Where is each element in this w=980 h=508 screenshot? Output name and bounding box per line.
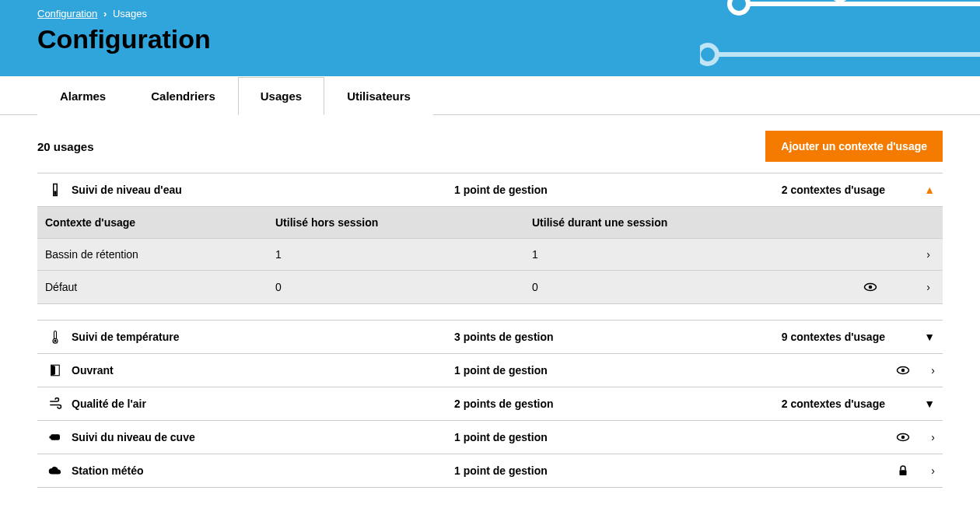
spacer xyxy=(37,304,943,320)
usage-contexts: 2 contextes d'usage xyxy=(750,398,893,410)
breadcrumb-current: Usages xyxy=(113,8,147,19)
context-table-header: Contexte d'usage Utilisé hors session Ut… xyxy=(37,207,943,239)
chevron-right-icon[interactable]: › xyxy=(898,281,935,293)
usage-points: 1 point de gestion xyxy=(454,184,750,196)
usage-name: Qualité de l'air xyxy=(65,398,454,410)
door-icon xyxy=(45,363,65,377)
col-header-durant-session: Utilisé durant une session xyxy=(532,216,843,229)
context-durant: 0 xyxy=(532,281,843,293)
expand-icon[interactable]: ▼ xyxy=(913,398,935,410)
breadcrumb-root[interactable]: Configuration xyxy=(37,8,97,19)
content-area: 20 usages Ajouter un contexte d'usage Su… xyxy=(0,115,980,503)
tab-bar: Alarmes Calendriers Usages Utilisateurs xyxy=(0,76,980,115)
add-usage-context-button[interactable]: Ajouter un contexte d'usage xyxy=(765,131,943,162)
usage-name: Suivi de niveau d'eau xyxy=(65,184,454,196)
weather-icon xyxy=(45,464,65,478)
svg-rect-21 xyxy=(900,470,907,475)
usage-row-air-quality[interactable]: Qualité de l'air 2 points de gestion 2 c… xyxy=(37,387,943,421)
context-row[interactable]: Défaut 0 0 › xyxy=(37,271,943,303)
eye-icon[interactable] xyxy=(893,363,913,377)
context-hors: 1 xyxy=(275,248,532,261)
tab-utilisateurs[interactable]: Utilisateurs xyxy=(324,77,433,115)
usage-points: 2 points de gestion xyxy=(454,398,750,410)
chevron-right-icon[interactable]: › xyxy=(898,248,935,261)
svg-rect-7 xyxy=(54,191,57,195)
chevron-right-icon[interactable]: › xyxy=(913,464,935,477)
usage-row-tank-level[interactable]: Suivi du niveau de cuve 1 point de gesti… xyxy=(37,421,943,454)
svg-rect-17 xyxy=(51,434,60,440)
usage-name: Suivi du niveau de cuve xyxy=(65,431,454,443)
water-level-icon xyxy=(45,183,65,197)
usage-count: 20 usages xyxy=(37,140,94,153)
eye-icon[interactable] xyxy=(843,280,898,294)
usage-row-weather[interactable]: Station météo 1 point de gestion › xyxy=(37,454,943,488)
svg-rect-10 xyxy=(54,331,57,340)
lock-icon xyxy=(893,464,913,478)
wind-icon xyxy=(45,397,65,411)
usage-points: 1 point de gestion xyxy=(454,364,750,377)
thermometer-icon xyxy=(45,330,65,344)
svg-marker-14 xyxy=(51,365,55,376)
svg-point-12 xyxy=(54,340,57,342)
usage-points: 1 point de gestion xyxy=(454,464,750,477)
svg-point-9 xyxy=(869,286,873,289)
tab-calendriers[interactable]: Calendriers xyxy=(128,77,238,115)
usage-name: Ouvrant xyxy=(65,364,454,377)
collapse-icon[interactable]: ▲ xyxy=(913,184,935,196)
context-name: Bassin de rétention xyxy=(45,248,275,261)
col-header-hors-session: Utilisé hors session xyxy=(275,216,532,229)
expand-icon[interactable]: ▼ xyxy=(913,331,935,343)
tank-icon xyxy=(45,430,65,444)
usage-name: Station météo xyxy=(65,464,454,477)
usage-points: 1 point de gestion xyxy=(454,431,750,443)
page-title: Configuration xyxy=(37,24,943,54)
eye-icon[interactable] xyxy=(893,430,913,444)
tab-usages[interactable]: Usages xyxy=(238,77,324,115)
context-name: Défaut xyxy=(45,281,275,293)
usage-list: Suivi de niveau d'eau 1 point de gestion… xyxy=(37,173,943,488)
svg-point-20 xyxy=(901,436,905,440)
context-hors: 0 xyxy=(275,281,532,293)
expanded-context-table: Contexte d'usage Utilisé hors session Ut… xyxy=(37,207,943,304)
breadcrumb: Configuration › Usages xyxy=(37,8,943,19)
col-header-context: Contexte d'usage xyxy=(45,216,275,229)
tab-alarmes[interactable]: Alarmes xyxy=(37,77,128,115)
usage-name: Suivi de température xyxy=(65,331,454,343)
usage-row-water-level[interactable]: Suivi de niveau d'eau 1 point de gestion… xyxy=(37,173,943,207)
svg-point-16 xyxy=(901,369,905,373)
breadcrumb-separator: › xyxy=(103,8,107,19)
usage-contexts: 9 contextes d'usage xyxy=(750,331,893,343)
usage-row-temperature[interactable]: Suivi de température 3 points de gestion… xyxy=(37,321,943,354)
usage-contexts: 2 contextes d'usage xyxy=(750,184,893,196)
toolbar: 20 usages Ajouter un contexte d'usage xyxy=(37,131,943,162)
chevron-right-icon[interactable]: › xyxy=(913,431,935,443)
chevron-right-icon[interactable]: › xyxy=(913,364,935,377)
usage-row-ouvrant[interactable]: Ouvrant 1 point de gestion › xyxy=(37,354,943,387)
usage-points: 3 points de gestion xyxy=(454,331,750,343)
svg-rect-18 xyxy=(50,436,51,439)
page-header: Configuration › Usages Configuration xyxy=(0,0,980,76)
context-row[interactable]: Bassin de rétention 1 1 › xyxy=(37,239,943,271)
context-durant: 1 xyxy=(532,248,843,261)
